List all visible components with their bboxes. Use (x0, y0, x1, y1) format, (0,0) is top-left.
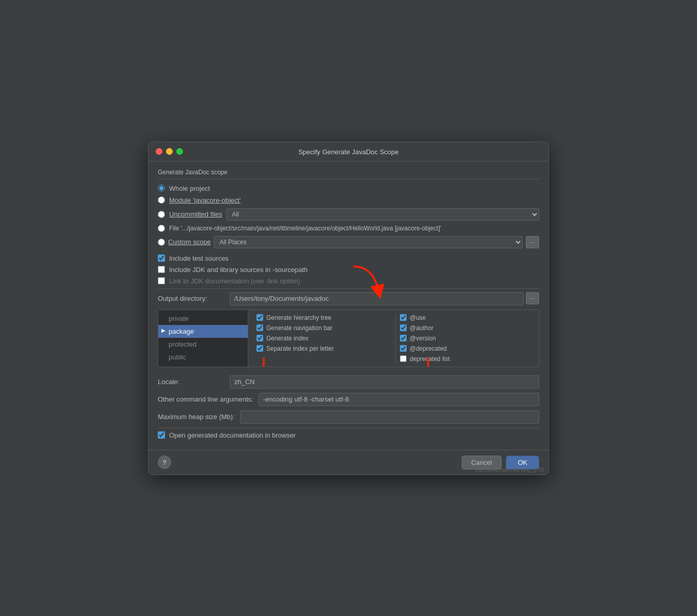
custom-scope-select[interactable]: All Places (214, 236, 523, 248)
middle-section: private package protected public Generat (158, 310, 539, 367)
opt-row-deprecated: @deprecated (400, 345, 535, 352)
options-col-2: @use @author @version @deprecated (400, 314, 535, 363)
opt-label-sep-index: Separate index per letter (266, 345, 334, 352)
opt-row-dep-list: deprecated list (400, 355, 535, 363)
opt-label-hierarchy: Generate hierarchy tree (266, 314, 332, 321)
opt-label-version: @version (410, 335, 436, 342)
heap-size-row: Maximum heap size (Mb): (158, 410, 539, 424)
output-directory-row: Output directory: ··· (158, 292, 539, 305)
opt-label-author: @author (410, 324, 433, 332)
checkbox-row-link-jdk: Link to JDK documentation (use -link opt… (158, 277, 539, 285)
radio-whole-project[interactable] (158, 185, 165, 192)
checkbox-open-browser[interactable] (158, 431, 165, 439)
window-controls (156, 148, 183, 155)
radio-file[interactable] (158, 225, 165, 232)
checkbox-hierarchy[interactable] (256, 314, 263, 321)
radio-row-whole-project: Whole project (158, 185, 539, 192)
bottom-bar: ? Cancel OK http://blog.csdn.net/Tony_CT… (149, 450, 548, 475)
opt-label-deprecated: @deprecated (410, 345, 447, 352)
dialog-title: Specify Generate JavaDoc Scope (298, 148, 398, 156)
label-open-browser: Open generated documentation in browser (169, 431, 296, 439)
options-col-1: Generate hierarchy tree Generate navigat… (256, 314, 391, 363)
checkbox-author[interactable] (400, 324, 407, 331)
opt-row-version: @version (400, 335, 535, 342)
dialog-content: Generate JavaDoc scope Whole project Mod… (149, 161, 548, 450)
label-uncommitted: Uncommitted files (169, 210, 222, 218)
checkbox-row-open-browser: Open generated documentation in browser (158, 431, 539, 439)
heap-size-label: Maximum heap size (Mb): (158, 413, 235, 421)
label-custom-scope: Custom scope (168, 238, 211, 246)
label-file: File '.../javacore-object/src/main/java/… (169, 225, 441, 232)
custom-scope-dots-button[interactable]: ··· (526, 236, 539, 248)
checkbox-group: Include test sources Include JDK and lib… (158, 255, 539, 285)
locale-row: Locale: (158, 375, 539, 389)
output-directory-input-group: ··· (230, 292, 539, 305)
radio-row-uncommitted: Uncommitted files All (158, 208, 539, 221)
maximize-button[interactable] (176, 148, 183, 155)
opt-row-sep-index: Separate index per letter (256, 345, 391, 352)
checkbox-row-include-test: Include test sources (158, 255, 539, 262)
opt-row-author: @author (400, 324, 535, 332)
radio-row-module: Module 'javacore-object' (158, 196, 539, 204)
options-panel: Generate hierarchy tree Generate navigat… (252, 310, 539, 367)
radio-row-file: File '.../javacore-object/src/main/java/… (158, 225, 539, 232)
radio-row-custom: Custom scope All Places ··· (158, 236, 539, 248)
opt-row-index: Generate index (256, 335, 391, 342)
divider-1 (158, 288, 539, 289)
label-module: Module 'javacore-object' (169, 196, 241, 204)
opt-row-navbar: Generate navigation bar (256, 324, 391, 332)
close-button[interactable] (156, 148, 162, 155)
help-button[interactable]: ? (158, 456, 171, 469)
opt-row-hierarchy: Generate hierarchy tree (256, 314, 391, 321)
col-divider (395, 314, 396, 363)
uncommitted-select[interactable]: All (226, 208, 539, 221)
checkbox-include-jdk[interactable] (158, 266, 165, 273)
checkbox-deprecated[interactable] (400, 345, 407, 352)
minimize-button[interactable] (166, 148, 173, 155)
titlebar: Specify Generate JavaDoc Scope (149, 142, 548, 161)
scope-item-protected[interactable]: protected (158, 338, 248, 351)
opt-label-dep-list: deprecated list (410, 355, 450, 363)
checkbox-dep-list[interactable] (400, 355, 407, 362)
opt-label-use: @use (410, 314, 426, 321)
label-whole-project: Whole project (169, 185, 210, 192)
locale-input[interactable] (230, 375, 539, 389)
dialog-window: Specify Generate JavaDoc Scope Generate … (148, 141, 549, 475)
radio-custom-scope[interactable] (158, 239, 165, 246)
scope-item-public[interactable]: public (158, 351, 248, 364)
checkbox-index[interactable] (256, 335, 263, 341)
watermark: http://blog.csdn.net/Tony_CTO (475, 467, 544, 473)
locale-label: Locale: (158, 378, 225, 386)
opt-label-index: Generate index (266, 335, 308, 342)
scope-item-package[interactable]: package (158, 325, 248, 338)
checkbox-version[interactable] (400, 335, 407, 341)
other-args-label: Other command line arguments: (158, 395, 253, 403)
output-directory-browse-button[interactable]: ··· (526, 292, 539, 304)
scope-list: private package protected public (158, 310, 248, 367)
checkbox-link-jdk[interactable] (158, 277, 165, 284)
output-directory-label: Output directory: (158, 295, 225, 302)
radio-uncommitted[interactable] (158, 211, 165, 218)
label-include-test: Include test sources (169, 255, 229, 262)
output-directory-input[interactable] (230, 292, 524, 305)
section-label: Generate JavaDoc scope (158, 169, 539, 179)
checkbox-include-test[interactable] (158, 255, 165, 262)
other-args-input[interactable] (259, 393, 539, 406)
heap-size-input[interactable] (240, 410, 539, 424)
opt-label-navbar: Generate navigation bar (266, 324, 333, 332)
checkbox-use[interactable] (400, 314, 407, 321)
label-link-jdk: Link to JDK documentation (use -link opt… (169, 277, 300, 285)
divider-2 (158, 428, 539, 428)
checkbox-sep-index[interactable] (256, 345, 263, 352)
scope-item-private[interactable]: private (158, 312, 248, 325)
scope-radio-group: Whole project Module 'javacore-object' U… (158, 185, 539, 248)
checkbox-navbar[interactable] (256, 324, 263, 331)
label-include-jdk: Include JDK and library sources in -sour… (169, 266, 308, 274)
other-args-row: Other command line arguments: (158, 393, 539, 406)
checkbox-row-include-jdk: Include JDK and library sources in -sour… (158, 266, 539, 274)
radio-module[interactable] (158, 196, 165, 204)
opt-row-use: @use (400, 314, 535, 321)
spacer-1 (158, 371, 539, 375)
